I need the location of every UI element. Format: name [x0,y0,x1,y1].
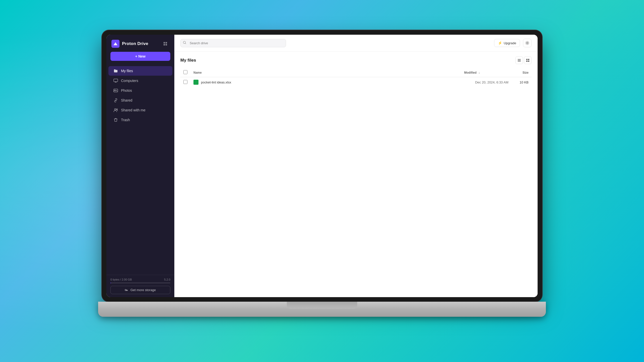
image-icon [113,88,118,93]
monitor-icon [113,78,118,83]
svg-rect-3 [164,44,165,46]
file-area: My files [174,52,538,297]
grid-view-icon [526,59,530,62]
grid-view-button[interactable] [524,57,532,64]
storage-bar-fill [110,283,111,283]
sidebar-item-computers[interactable]: Computers [108,76,172,85]
excel-file-icon [193,80,198,85]
get-more-storage-button[interactable]: Get more storage [110,286,170,294]
proton-drive-logo-icon [111,40,119,48]
users-icon [113,108,118,112]
sidebar-app-name: Proton Drive [122,41,148,46]
search-container [180,39,286,47]
name-column-header[interactable]: Name [190,68,461,77]
svg-rect-16 [528,59,529,60]
list-view-button[interactable] [515,57,523,64]
laptop-screen-bezel: Proton Drive + New [106,35,538,297]
laptop-screen-outer: Proton Drive + New [102,30,542,302]
upgrade-button[interactable]: ⚡ Upgrade [494,39,520,47]
size-column-header[interactable]: Size [511,68,532,77]
trash-icon [113,118,118,122]
search-input[interactable] [180,39,286,47]
list-icon [517,59,521,62]
laptop-base [98,302,546,317]
grid-icon [163,41,168,46]
folder-icon [113,69,118,73]
svg-rect-5 [114,79,118,82]
sidebar-item-label: Shared [121,98,132,102]
file-modified-cell: Dec 20, 2024, 6:33 AM [461,77,511,87]
table-row: pocket-lint ideas.xlsx Dec 20, 2024, 6:3… [180,77,532,87]
sidebar-item-label: Shared with me [121,108,145,112]
sidebar-logo-row: Proton Drive [106,35,174,52]
topbar-right: ⚡ Upgrade [494,39,532,47]
sidebar-item-label: Computers [121,79,138,83]
svg-rect-2 [166,42,167,43]
sidebar-item-trash[interactable]: Trash [108,115,172,125]
file-checkbox-cell [180,77,190,87]
select-all-checkbox[interactable] [183,70,187,74]
file-area-header: My files [180,57,532,64]
sidebar-nav: My files Computers [106,66,174,125]
sort-arrow-down: ↓ [478,71,480,74]
svg-rect-18 [528,61,529,62]
svg-rect-12 [518,59,521,60]
file-checkbox[interactable] [183,80,187,84]
sidebar-item-label: Trash [121,118,130,122]
main-content: ⚡ Upgrade [174,35,538,297]
view-controls [515,57,532,64]
sidebar-item-my-files[interactable]: My files [108,66,172,76]
app-window: Proton Drive + New [106,35,538,297]
search-icon [183,41,186,45]
file-table-header: Name Modified ↓ Size [180,68,532,77]
upgrade-icon: ⚡ [498,41,502,45]
storage-version: 5.2.0 [164,278,170,281]
file-table-body: pocket-lint ideas.xlsx Dec 20, 2024, 6:3… [180,77,532,87]
sidebar-item-shared[interactable]: Shared [108,96,172,105]
svg-point-11 [527,42,528,44]
svg-point-8 [114,109,116,110]
file-table: Name Modified ↓ Size [180,68,532,87]
svg-rect-14 [518,61,521,62]
storage-info: 0 bytes / 2.00 GB 5.2.0 [110,278,170,281]
svg-rect-17 [526,61,528,62]
sidebar: Proton Drive + New [106,35,174,297]
laptop-hinge-notch [287,302,357,309]
modified-column-header[interactable]: Modified ↓ [461,68,511,77]
cloud-icon [125,288,128,292]
page-title: My files [180,58,196,63]
link-icon [113,98,118,103]
svg-rect-15 [526,59,528,60]
svg-rect-4 [166,44,167,46]
sidebar-spacer [106,125,174,275]
svg-rect-1 [164,42,165,43]
file-name-wrapper: pocket-lint ideas.xlsx [193,80,458,85]
svg-point-9 [116,109,117,110]
apps-grid-button[interactable] [161,40,169,48]
sidebar-item-label: Photos [121,88,132,93]
file-name-cell[interactable]: pocket-lint ideas.xlsx [190,77,461,87]
select-all-column [180,68,190,77]
storage-used: 0 bytes / 2.00 GB [110,278,132,281]
topbar: ⚡ Upgrade [174,35,538,52]
new-button[interactable]: + New [110,52,170,61]
sidebar-item-label: My files [121,69,133,73]
file-size-cell: 10 KB [511,77,532,87]
sidebar-item-photos[interactable]: Photos [108,86,172,95]
laptop-container: Proton Drive + New [96,30,548,332]
svg-rect-13 [518,60,521,61]
storage-bar-background [110,283,170,283]
table-header-row: Name Modified ↓ Size [180,68,532,77]
storage-section: 0 bytes / 2.00 GB 5.2.0 [106,275,174,297]
settings-button[interactable] [523,39,532,47]
gear-icon [525,41,529,45]
sidebar-item-shared-with-me[interactable]: Shared with me [108,105,172,115]
